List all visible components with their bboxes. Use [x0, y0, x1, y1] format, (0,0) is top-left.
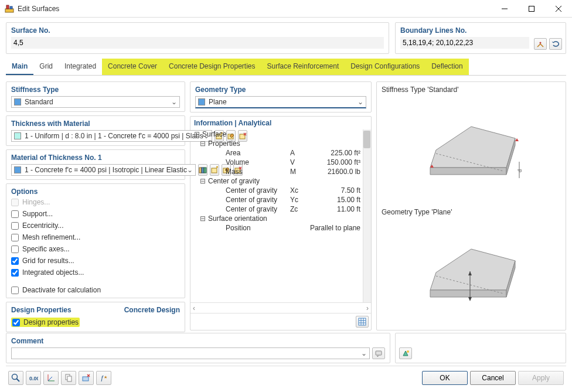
surface-no-block: Surface No.	[6, 22, 389, 54]
help-button[interactable]	[8, 371, 23, 385]
render-toggle-button[interactable]	[399, 347, 412, 359]
material-label: Material of Thickness No. 1	[11, 154, 180, 162]
preview-panel: Stiffness Type 'Standard' d Geometry Typ…	[376, 81, 566, 330]
info-table-button[interactable]	[356, 316, 369, 328]
info-row: ⊟Properties	[190, 139, 363, 148]
cancel-button[interactable]: Cancel	[470, 371, 516, 385]
boundary-label: Boundary Lines No.	[400, 26, 561, 35]
options-label: Options	[11, 188, 180, 196]
axes-button[interactable]	[43, 371, 59, 385]
svg-rect-4	[529, 6, 534, 11]
preview-stiffness-label: Stiffness Type 'Standard'	[382, 86, 561, 94]
option-support[interactable]: Support...	[11, 210, 180, 218]
svg-point-34	[407, 350, 409, 353]
collapse-icon[interactable]: ⊟	[193, 130, 201, 138]
option-specific-axes[interactable]: Specific axes...	[11, 245, 180, 253]
tab-surface-reinforcement[interactable]: Surface Reinforcement	[261, 59, 345, 75]
svg-rect-43	[83, 377, 88, 381]
tab-concrete-cover[interactable]: Concrete Cover	[102, 59, 163, 75]
svg-rect-0	[5, 9, 13, 12]
comment-label: Comment	[11, 337, 385, 345]
h-scrollbar[interactable]: ‹›	[190, 302, 371, 313]
svg-text:d: d	[517, 169, 523, 172]
option-eccentricity[interactable]: Eccentricity...	[11, 221, 180, 230]
design-properties-label: Design Properties	[11, 306, 72, 314]
geometry-panel: Geometry Type Plane ⌄	[190, 81, 372, 113]
info-row: VolumeV150.000 ft³	[190, 158, 363, 167]
swatch-icon	[14, 132, 21, 139]
tab-design-configurations[interactable]: Design Configurations	[345, 59, 425, 75]
svg-rect-17	[359, 318, 366, 325]
design-properties-check[interactable]: Design properties	[11, 318, 80, 327]
info-row: ⊟Surface	[190, 129, 363, 139]
svg-rect-33	[376, 351, 382, 355]
tab-integrated[interactable]: Integrated	[59, 59, 102, 75]
info-row: ⊟Center of gravity	[190, 176, 363, 186]
tab-concrete-design-properties[interactable]: Concrete Design Properties	[163, 59, 261, 75]
tab-grid[interactable]: Grid	[33, 59, 59, 75]
comment-button[interactable]	[372, 347, 385, 359]
info-row: PositionParallel to plane	[190, 223, 363, 233]
script-button[interactable]: ƒ★	[96, 371, 111, 385]
minimize-button[interactable]	[491, 0, 518, 18]
info-row: AreaA225.00 ft²	[190, 148, 363, 158]
scrollbar-thumb[interactable]	[363, 131, 370, 148]
info-row: Center of gravityYc15.00 ft	[190, 195, 363, 204]
chevron-down-icon: ⌄	[358, 98, 363, 106]
svg-text:0.00: 0.00	[29, 376, 38, 381]
tab-deflection[interactable]: Deflection	[425, 59, 468, 75]
window-title: Edit Surfaces	[18, 5, 491, 13]
svg-marker-28	[430, 249, 515, 290]
comment-dropdown[interactable]: ⌄	[11, 347, 370, 359]
options-panel: Options Hinges...Support...Eccentricity.…	[6, 183, 185, 298]
collapse-icon[interactable]: ⊟	[199, 139, 207, 148]
close-button[interactable]	[545, 0, 572, 18]
reverse-button[interactable]	[549, 38, 562, 50]
svg-line-36	[16, 379, 19, 381]
comment-panel: Comment ⌄	[6, 333, 390, 363]
info-tree: ⊟Surface⊟PropertiesAreaA225.00 ft²Volume…	[190, 129, 371, 302]
units-button[interactable]: 0.00	[26, 371, 41, 385]
pick-lines-button[interactable]	[534, 38, 547, 50]
surface-delete-button[interactable]	[79, 371, 94, 385]
stiffness-label: Stiffness Type	[11, 86, 180, 94]
bottom-toolbar: 0.00 ƒ★ OK Cancel Apply	[6, 366, 566, 387]
svg-marker-22	[430, 127, 515, 168]
surface-no-label: Surface No.	[11, 26, 384, 35]
ok-button[interactable]: OK	[422, 371, 468, 385]
info-row: ⊟Surface orientation	[190, 214, 363, 223]
info-row: MassM21600.0 lb	[190, 167, 363, 176]
material-panel: Material of Thickness No. 1 1 - Concrete…	[6, 149, 185, 180]
collapse-icon[interactable]: ⊟	[199, 214, 207, 223]
option-integrated-objects[interactable]: Integrated objects...	[11, 268, 180, 277]
option-deactivate-for-calculation[interactable]: Deactivate for calculation	[11, 286, 180, 294]
maximize-button[interactable]	[518, 0, 545, 18]
tab-main[interactable]: Main	[6, 59, 33, 75]
copy-button[interactable]	[61, 371, 76, 385]
collapse-icon[interactable]: ⊟	[199, 177, 207, 185]
thickness-dropdown[interactable]: 1 - Uniform | d : 8.0 in | 1 - Concrete …	[11, 130, 212, 142]
svg-line-40	[48, 377, 52, 381]
swatch-icon	[14, 98, 21, 105]
stiffness-dropdown[interactable]: Standard ⌄	[11, 96, 180, 108]
design-panel: Design Properties Concrete Design Design…	[6, 302, 185, 332]
svg-rect-42	[67, 376, 72, 381]
preview-geometry-label: Geometry Type 'Plane'	[382, 208, 561, 216]
surface-no-input[interactable]	[11, 37, 384, 49]
option-mesh-refinement[interactable]: Mesh refinement...	[11, 233, 180, 241]
svg-text:★: ★	[104, 375, 107, 379]
option-grid-for-results[interactable]: Grid for results...	[11, 257, 180, 265]
swatch-icon	[198, 98, 205, 105]
material-dropdown[interactable]: 1 - Concrete f'c = 4000 psi | Isotropic …	[11, 164, 196, 176]
thickness-label: Thickness with Material	[11, 120, 180, 128]
scrollbar-track[interactable]	[363, 129, 371, 302]
tab-bar: MainGridIntegratedConcrete CoverConcrete…	[6, 59, 566, 76]
swatch-icon	[14, 166, 21, 173]
apply-button[interactable]: Apply	[518, 371, 564, 385]
preview-geometry-image	[382, 219, 561, 327]
preview-stiffness-image: d	[382, 96, 561, 204]
info-row: Center of gravityXc7.50 ft	[190, 186, 363, 195]
chevron-down-icon: ⌄	[171, 98, 177, 106]
boundary-input[interactable]	[400, 37, 529, 49]
geometry-dropdown[interactable]: Plane ⌄	[195, 96, 366, 108]
